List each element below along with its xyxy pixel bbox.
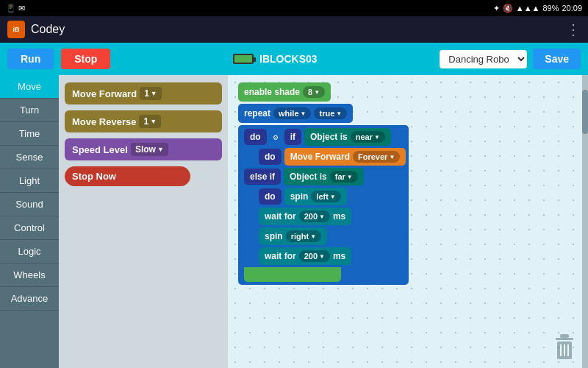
toolbar-center: IBLOCKS03 (118, 53, 432, 65)
canvas-do-move-forward[interactable]: do Move Forward Forever (259, 148, 406, 166)
status-left: 📱 ✉ (6, 4, 25, 13)
canvas-spin-right[interactable]: spin right (259, 227, 406, 246)
sidebar-item-sense[interactable]: Sense (0, 146, 59, 169)
spin-label: spin (290, 191, 309, 202)
if-label: if (290, 132, 295, 142)
far-value[interactable]: far (330, 171, 358, 183)
do3-label: do (265, 191, 276, 202)
block-move-reverse-value[interactable]: 1 (139, 115, 161, 128)
scrollbar-thumb[interactable] (582, 90, 588, 134)
stop-button[interactable]: Stop (61, 49, 110, 69)
do-label: do (250, 132, 261, 142)
toolbar: Run Stop IBLOCKS03 Dancing Robo Save (0, 43, 588, 75)
else-if-label: else if (250, 171, 275, 182)
block-stop-now[interactable]: Stop Now (65, 166, 222, 186)
block-speed-level[interactable]: Speed Level Slow (65, 138, 222, 160)
block-speed-level-value[interactable]: Slow (131, 143, 168, 156)
scrollbar[interactable] (582, 75, 588, 368)
block-move-reverse-label: Move Reverse (72, 116, 136, 127)
battery-text: 89% (542, 4, 559, 13)
block-stop-now-label: Stop Now (72, 171, 116, 182)
sidebar-item-light[interactable]: Light (0, 169, 59, 193)
canvas-stack: enable shade 8 repeat while true (238, 82, 409, 285)
blocks-panel: Move Forward 1 Move Reverse 1 Speed Leve… (59, 75, 228, 368)
trash-icon[interactable] (553, 334, 576, 361)
main-content: Move Turn Time Sense Light Sound Control… (0, 75, 588, 368)
canvas-wait-200-2[interactable]: wait for 200 ms (259, 247, 406, 266)
wait-for-label2: wait for (265, 251, 296, 261)
wait-200-val2[interactable]: 200 (299, 250, 330, 262)
filename-label: IBLOCKS03 (259, 53, 318, 65)
block-move-reverse[interactable]: Move Reverse 1 (65, 110, 222, 132)
app-icon: iB (7, 21, 25, 38)
status-right: ✦ 🔇 ▲▲▲ 89% 20:09 (493, 4, 582, 13)
wait-200-val1[interactable]: 200 (299, 210, 330, 222)
sidebar-item-time[interactable]: Time (0, 122, 59, 146)
app-title: Codey (31, 23, 566, 36)
sidebar-item-logic[interactable]: Logic (0, 240, 59, 263)
sidebar-item-control[interactable]: Control (0, 216, 59, 240)
spin2-label: spin (265, 231, 283, 241)
repeat-true-value[interactable]: true (314, 107, 347, 119)
do2-label: do (265, 152, 276, 162)
title-bar: iB Codey ⋮ (0, 16, 588, 43)
canvas-enable-shade[interactable]: enable shade 8 (238, 82, 409, 102)
notification-icons: 📱 ✉ (6, 4, 25, 13)
block-stack: enable shade 8 repeat while true (238, 82, 409, 285)
do-cap (244, 267, 341, 282)
sidebar: Move Turn Time Sense Light Sound Control… (0, 75, 59, 368)
repeat-label: repeat (244, 108, 270, 118)
save-button[interactable]: Save (533, 49, 581, 69)
ms-label1: ms (333, 211, 345, 222)
enable-shade-value[interactable]: 8 (303, 86, 325, 98)
svg-rect-0 (560, 334, 569, 338)
right-value[interactable]: right (286, 230, 321, 242)
left-value[interactable]: left (311, 191, 340, 202)
canvas-else-if[interactable]: else if Object is far (244, 168, 406, 186)
sidebar-item-wheels[interactable]: Wheels (0, 263, 59, 287)
block-speed-level-label: Speed Level (72, 144, 128, 155)
sidebar-item-sound[interactable]: Sound (0, 193, 59, 216)
robot-selector[interactable]: Dancing Robo (440, 50, 527, 68)
status-bar: 📱 ✉ ✦ 🔇 ▲▲▲ 89% 20:09 (0, 0, 588, 16)
do-container: do ⚙ if Object is near (238, 125, 409, 285)
object-is-label: Object is (310, 132, 348, 142)
time-display: 20:09 (562, 4, 582, 13)
block-move-forward[interactable]: Move Forward 1 (65, 82, 222, 105)
move-forward-label: Move Forward (290, 152, 350, 162)
enable-shade-label: enable shade (244, 87, 300, 97)
sidebar-item-move[interactable]: Move (0, 75, 59, 99)
volume-icon: 🔇 (503, 4, 513, 13)
sidebar-item-advance[interactable]: Advance (0, 287, 59, 311)
battery-icon (233, 54, 254, 64)
toolbar-right: Dancing Robo Save (440, 49, 581, 69)
ms-label2: ms (333, 251, 345, 261)
settings-icon: ⚙ (270, 132, 282, 144)
canvas-repeat-while[interactable]: repeat while true (238, 104, 409, 124)
block-move-forward-value[interactable]: 1 (140, 87, 162, 100)
wait-for-label1: wait for (265, 211, 296, 222)
bluetooth-icon: ✦ (493, 4, 500, 13)
canvas-area: enable shade 8 repeat while true (228, 75, 588, 368)
block-move-forward-label: Move Forward (72, 88, 137, 99)
sidebar-item-turn[interactable]: Turn (0, 99, 59, 122)
canvas-wait-200-1[interactable]: wait for 200 ms (259, 208, 406, 226)
menu-button[interactable]: ⋮ (566, 21, 581, 38)
canvas-do-if[interactable]: do ⚙ if Object is near (244, 128, 406, 146)
near-value[interactable]: near (351, 131, 385, 143)
canvas-do-spin-left[interactable]: do spin left (259, 188, 406, 206)
object-is2-label: Object is (290, 171, 327, 182)
forever-value[interactable]: Forever (353, 151, 400, 163)
repeat-while-value[interactable]: while (273, 107, 311, 119)
svg-rect-1 (556, 338, 573, 340)
run-button[interactable]: Run (7, 49, 54, 69)
signal-icon: ▲▲▲ (516, 4, 540, 13)
